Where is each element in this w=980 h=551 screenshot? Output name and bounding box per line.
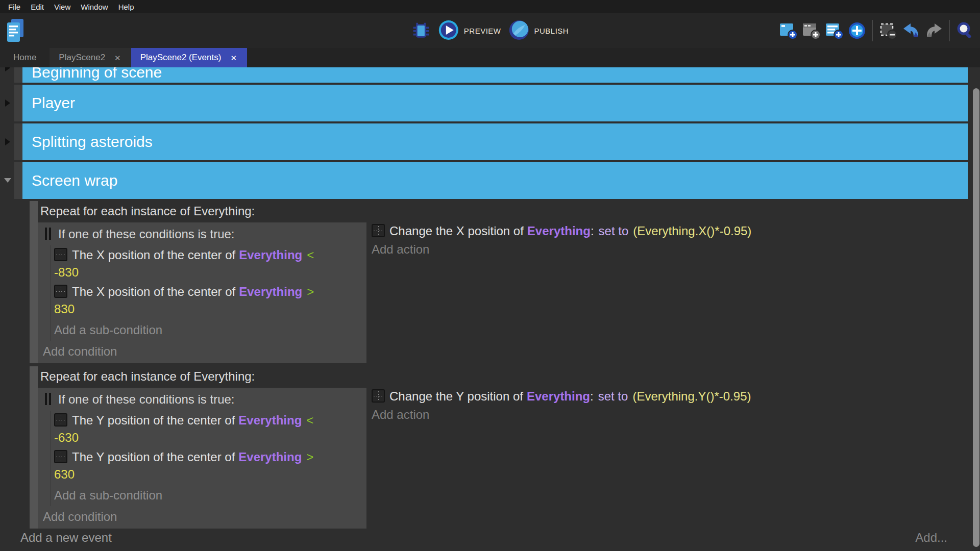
drag-handle[interactable] (14, 123, 22, 160)
position-icon (54, 450, 67, 463)
publish-globe-icon (508, 19, 529, 42)
add-sub-condition-link[interactable]: Add a sub-condition (51, 319, 362, 341)
chevron-right-icon[interactable] (5, 138, 10, 145)
redo-icon[interactable] (924, 21, 944, 40)
repeat-label[interactable]: Repeat for each instance of Everything: (38, 201, 968, 222)
drag-handle[interactable] (14, 162, 22, 199)
preview-button[interactable]: PREVIEW (438, 19, 501, 42)
or-icon (45, 227, 53, 244)
gdevelop-window: File Edit View Window Help (0, 0, 980, 551)
preview-label: PREVIEW (464, 27, 501, 35)
position-icon (372, 224, 385, 237)
add-condition-link[interactable]: Add condition (42, 341, 362, 361)
repeat-event-y[interactable]: Repeat for each instance of Everything: … (30, 366, 968, 529)
event-group-clipped: Beginning of scene (14, 67, 968, 83)
drag-handle[interactable] (14, 85, 22, 121)
add-more-link[interactable]: Add... (915, 531, 968, 545)
group-header-splitting-asteroids[interactable]: Splitting asteroids (22, 123, 968, 160)
add-comment-icon[interactable] (824, 21, 844, 40)
drag-handle[interactable] (30, 366, 38, 529)
actions-panel: Change the X position ofEverything:set t… (366, 222, 968, 258)
chevron-down-icon[interactable] (4, 178, 11, 183)
toolbar-separator (949, 20, 950, 41)
group-header-screen-wrap[interactable]: Screen wrap (22, 162, 968, 199)
add-event-icon[interactable] (778, 21, 798, 40)
menu-window[interactable]: Window (76, 3, 113, 11)
add-action-link[interactable]: Add action (372, 240, 968, 258)
conditions-panel: If one of these conditions is true: The … (38, 222, 366, 363)
screen-wrap-children: Repeat for each instance of Everything: … (30, 201, 968, 532)
conditions-panel: If one of these conditions is true: The … (38, 388, 366, 529)
add-new-event-link[interactable]: Add a new event (20, 531, 112, 545)
group-header-beginning-of-scene[interactable]: Beginning of scene (22, 67, 968, 83)
repeat-event-x[interactable]: Repeat for each instance of Everything: … (30, 201, 968, 363)
position-icon (54, 248, 67, 261)
debugger-icon[interactable] (411, 21, 431, 40)
add-sub-event-icon[interactable] (801, 21, 821, 40)
position-icon (54, 285, 67, 298)
add-sub-condition-link[interactable]: Add a sub-condition (51, 484, 362, 506)
scrollbar-thumb[interactable] (973, 88, 979, 547)
publish-button[interactable]: PUBLISH (508, 19, 569, 42)
events-sheet: Beginning of scene Player Splitting aste… (0, 67, 980, 551)
menu-edit[interactable]: Edit (26, 3, 49, 11)
delete-event-icon[interactable] (878, 21, 898, 40)
or-icon (45, 392, 53, 410)
add-condition-link[interactable]: Add condition (42, 506, 362, 527)
condition-row[interactable]: The Y position of the center ofEverythin… (51, 411, 362, 447)
actions-panel: Change the Y position ofEverything:set t… (366, 388, 968, 423)
or-condition-row[interactable]: If one of these conditions is true: (42, 224, 362, 245)
add-action-link[interactable]: Add action (372, 405, 968, 423)
tab-playscene2[interactable]: PlayScene2 ✕ (50, 48, 131, 67)
drag-handle[interactable] (14, 67, 22, 83)
search-icon[interactable] (955, 21, 975, 40)
close-tab-icon[interactable]: ✕ (113, 53, 122, 63)
action-row[interactable]: Change the Y position ofEverything:set t… (372, 388, 968, 405)
chevron-right-icon[interactable] (5, 67, 10, 71)
toolbar-separator (872, 20, 873, 41)
action-row[interactable]: Change the X position ofEverything:set t… (372, 222, 968, 240)
menu-help[interactable]: Help (113, 3, 139, 11)
add-other-event-icon[interactable] (847, 21, 867, 40)
group-header-player[interactable]: Player (22, 85, 968, 121)
close-tab-icon[interactable]: ✕ (229, 53, 238, 63)
tab-playscene2-events[interactable]: PlayScene2 (Events) ✕ (131, 48, 247, 67)
repeat-label[interactable]: Repeat for each instance of Everything: (38, 366, 968, 388)
position-icon (54, 413, 67, 427)
menu-file[interactable]: File (3, 3, 26, 11)
menu-view[interactable]: View (49, 3, 76, 11)
position-icon (372, 389, 385, 403)
drag-handle[interactable] (30, 201, 38, 363)
condition-row[interactable]: The X position of the center ofEverythin… (51, 282, 362, 319)
play-icon (438, 19, 459, 42)
undo-icon[interactable] (901, 21, 921, 40)
or-condition-row[interactable]: If one of these conditions is true: (42, 390, 362, 411)
condition-row[interactable]: The X position of the center ofEverythin… (51, 245, 362, 282)
tab-bar: Home PlayScene2 ✕ PlayScene2 (Events) ✕ (0, 48, 980, 67)
menu-bar: File Edit View Window Help (0, 0, 980, 13)
gdevelop-logo-icon (6, 18, 24, 45)
publish-label: PUBLISH (534, 27, 569, 35)
chevron-right-icon[interactable] (5, 99, 10, 107)
tab-home[interactable]: Home (0, 48, 50, 67)
main-toolbar: PREVIEW PUBLISH (0, 13, 980, 48)
condition-row[interactable]: The Y position of the center ofEverythin… (51, 447, 362, 484)
